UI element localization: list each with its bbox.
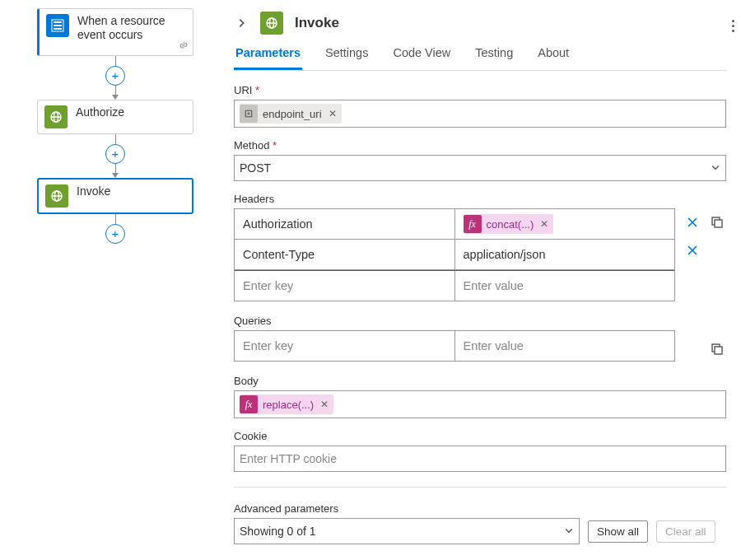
header-key-input[interactable]: Content-Type (235, 240, 455, 269)
remove-token-icon[interactable]: ✕ (319, 399, 329, 410)
node-label: Invoke (77, 184, 110, 198)
http-icon (260, 12, 283, 35)
delete-row-button[interactable] (683, 213, 701, 231)
method-value: POST (240, 161, 271, 175)
body-input[interactable]: fx replace(...) ✕ (234, 390, 726, 418)
variable-icon (240, 105, 258, 123)
node-authorize[interactable]: Authorize (37, 100, 193, 134)
cookie-input[interactable]: Enter HTTP cookie (234, 446, 726, 472)
panel-title: Invoke (295, 15, 339, 31)
chevron-down-icon (564, 525, 574, 538)
tab-settings[interactable]: Settings (324, 46, 370, 70)
header-value-input[interactable]: application/json (455, 240, 675, 269)
token-label: endpoint_uri (263, 108, 322, 120)
fx-icon: fx (464, 215, 482, 233)
connector: + (0, 56, 231, 100)
svg-rect-1 (54, 21, 62, 23)
cookie-label: Cookie (234, 430, 726, 442)
advanced-label: Advanced parameters (234, 502, 726, 515)
tab-testing[interactable]: Testing (473, 46, 515, 70)
header-value-input[interactable]: Enter value (455, 271, 675, 301)
remove-token-icon[interactable]: ✕ (538, 218, 548, 230)
add-action-button[interactable]: + (105, 224, 125, 244)
uri-label: URI (234, 84, 726, 96)
node-label: When a resource event occurs (77, 14, 186, 42)
queries-label: Queries (234, 315, 726, 327)
connector: + (0, 134, 231, 178)
svg-rect-15 (715, 220, 722, 227)
header-key-input[interactable]: Enter key (235, 271, 455, 301)
advanced-value: Showing 0 of 1 (240, 525, 316, 538)
tab-about[interactable]: About (536, 46, 571, 70)
tab-row: Parameters Settings Code View Testing Ab… (234, 46, 726, 71)
workflow-canvas: When a resource event occurs + Authorize… (0, 0, 231, 560)
collapse-chevron-icon[interactable] (234, 17, 249, 29)
divider (234, 487, 726, 488)
node-invoke[interactable]: Invoke (37, 178, 193, 214)
header-actions (683, 208, 726, 259)
uri-input[interactable]: endpoint_uri ✕ (234, 100, 726, 128)
add-action-button[interactable]: + (105, 144, 125, 164)
headers-label: Headers (234, 193, 726, 205)
remove-token-icon[interactable]: ✕ (327, 108, 337, 119)
token-replace[interactable]: fx replace(...) ✕ (240, 394, 333, 414)
body-label: Body (234, 375, 726, 387)
header-value-input[interactable]: fx concat(...) ✕ (455, 209, 675, 239)
http-icon (44, 105, 68, 128)
token-concat[interactable]: fx concat(...) ✕ (464, 214, 554, 234)
token-label: concat(...) (487, 218, 534, 231)
header-row: Content-Type application/json (235, 240, 674, 270)
action-panel: Invoke Parameters Settings Code View Tes… (231, 0, 741, 560)
clear-all-button: Clear all (656, 520, 715, 543)
chevron-down-icon (711, 161, 720, 175)
event-grid-icon (46, 14, 69, 37)
token-label: replace(...) (263, 399, 314, 411)
header-key-input[interactable]: Authorization (235, 209, 455, 239)
fx-icon: fx (240, 395, 258, 413)
connector: + (0, 214, 231, 244)
node-label: Authorize (76, 105, 124, 119)
add-action-button[interactable]: + (105, 66, 125, 86)
query-new-row: Enter key Enter value (235, 331, 674, 361)
link-icon (179, 40, 189, 53)
header-row: Authorization fx concat(...) ✕ (235, 209, 674, 240)
advanced-select[interactable]: Showing 0 of 1 (234, 518, 580, 544)
show-all-button[interactable]: Show all (588, 520, 648, 543)
headers-table: Authorization fx concat(...) ✕ Content-T… (234, 208, 675, 301)
http-icon (45, 184, 68, 208)
method-select[interactable]: POST (234, 155, 726, 181)
query-key-input[interactable]: Enter key (235, 331, 455, 361)
tab-parameters[interactable]: Parameters (234, 46, 302, 70)
tab-code-view[interactable]: Code View (391, 46, 452, 70)
svg-rect-2 (54, 25, 62, 26)
method-label: Method (234, 139, 726, 152)
token-endpoint-uri[interactable]: endpoint_uri ✕ (240, 104, 342, 124)
queries-table: Enter key Enter value (234, 330, 675, 362)
switch-mode-button[interactable] (708, 340, 726, 358)
delete-row-button[interactable] (683, 241, 701, 259)
cookie-placeholder: Enter HTTP cookie (240, 452, 337, 465)
svg-rect-3 (54, 28, 62, 30)
parameters-form: URI endpoint_uri ✕ Method POST Headers (234, 71, 726, 552)
header-new-row: Enter key Enter value (235, 270, 674, 301)
more-menu-button[interactable] (729, 16, 738, 35)
node-when-resource-event[interactable]: When a resource event occurs (37, 8, 193, 56)
svg-rect-17 (715, 347, 722, 354)
query-value-input[interactable]: Enter value (455, 331, 675, 361)
switch-mode-button[interactable] (708, 213, 726, 231)
